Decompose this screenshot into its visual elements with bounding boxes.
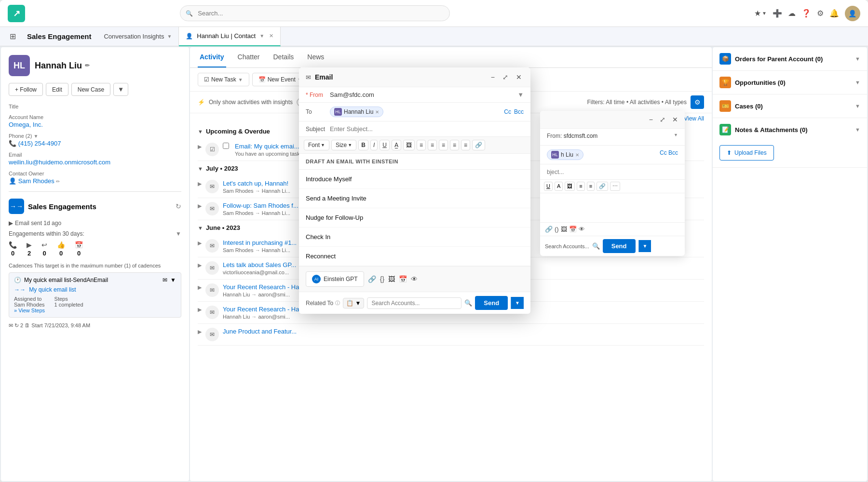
tab-details[interactable]: Details <box>271 47 296 67</box>
image-footer-icon[interactable]: 🖼 <box>388 275 395 283</box>
back-image-btn[interactable]: 🖼 <box>565 182 575 191</box>
link-btn[interactable]: 🔗 <box>472 140 485 150</box>
favorites-btn[interactable]: ★ ▼ <box>754 9 767 18</box>
back-body[interactable] <box>540 193 685 222</box>
draft-nudge-followup[interactable]: Nudge for Follow-Up <box>299 208 530 228</box>
eye-footer-icon[interactable]: 👁 <box>411 275 418 283</box>
back-footer-eye[interactable]: 👁 <box>579 226 585 233</box>
filter-settings-btn[interactable]: ⚙ <box>691 95 704 109</box>
back-cc-bcc[interactable]: Cc Bcc <box>660 149 678 156</box>
avatar[interactable]: 👤 <box>845 6 860 21</box>
bell-btn[interactable]: 🔔 <box>829 9 839 18</box>
contact-edit-icon[interactable]: ✏ <box>85 62 90 69</box>
bcc-btn[interactable]: Bcc <box>514 108 524 115</box>
act-item-title[interactable]: June Product and Featur... <box>223 328 704 335</box>
draft-check-in[interactable]: Check In <box>299 228 530 247</box>
expand-arrow[interactable]: ▶ <box>198 262 202 268</box>
back-footer-cal[interactable]: 📅 <box>569 226 577 233</box>
search-input[interactable] <box>180 5 450 21</box>
font-color-btn[interactable]: A̲ <box>392 140 401 150</box>
expand-arrow[interactable]: ▶ <box>198 329 202 335</box>
follow-btn[interactable]: + Follow <box>9 83 43 96</box>
back-footer-link[interactable]: 🔗 <box>545 226 553 233</box>
cadence-email-dropdown[interactable]: ▼ <box>170 277 176 283</box>
draft-introduce-myself[interactable]: Introduce Myself <box>299 170 530 189</box>
underline-btn[interactable]: U <box>380 140 390 150</box>
help-btn[interactable]: ❓ <box>801 9 811 18</box>
expand-arrow[interactable]: ▶ <box>198 240 202 246</box>
back-footer-code[interactable]: () <box>555 226 559 233</box>
related-search-input[interactable] <box>367 297 461 309</box>
image-btn[interactable]: 🖼 <box>403 140 415 150</box>
back-list-btn[interactable]: ≡ <box>577 182 584 191</box>
back-align-btn[interactable]: ≡ <box>587 182 595 191</box>
app-logo[interactable]: ↗ <box>8 5 25 22</box>
align-right-btn[interactable]: ≡ <box>461 140 470 150</box>
draft-reconnect[interactable]: Reconnect <box>299 247 530 266</box>
bold-btn[interactable]: B <box>358 140 368 150</box>
from-select[interactable]: Sam@sfdc.com ▼ <box>330 91 524 98</box>
tab-chatter[interactable]: Chatter <box>236 47 262 67</box>
remove-to-btn[interactable]: ✕ <box>375 109 379 115</box>
back-search-icon[interactable]: 🔍 <box>592 242 600 250</box>
minimize-btn[interactable]: − <box>489 72 497 82</box>
tab-news[interactable]: News <box>305 47 326 67</box>
new-task-btn[interactable]: ☑ New Task ▼ <box>198 73 249 86</box>
expand-arrow[interactable]: ▶ <box>198 144 202 150</box>
cases-section-header[interactable]: 🎫 Cases (0) ▼ <box>713 94 867 118</box>
ordered-list-btn[interactable]: ≡ <box>417 140 426 150</box>
italic-btn[interactable]: I <box>370 140 378 150</box>
upload-files-btn[interactable]: ⬆ Upload Files <box>719 145 774 161</box>
einstein-gpt-btn[interactable]: AI Einstein GPT <box>306 271 364 287</box>
tab-activity[interactable]: Activity <box>198 47 226 67</box>
cadence-email-btn[interactable]: ✉ <box>163 277 167 283</box>
expand-arrow[interactable]: ▶ <box>198 203 202 209</box>
back-remove-btn[interactable]: ✕ <box>575 152 579 158</box>
close-email-btn[interactable]: ✕ <box>514 72 524 82</box>
email-value[interactable]: weilin.liu@huidemo.onmicrosoft.com <box>9 159 181 166</box>
tab-hannah-liu[interactable]: 👤 Hannah Liu | Contact ▼ ✕ <box>179 27 281 46</box>
draft-meeting-invite[interactable]: Send a Meeting Invite <box>299 189 530 208</box>
size-btn[interactable]: Size ▼ <box>331 140 356 150</box>
add-btn[interactable]: ➕ <box>773 9 782 18</box>
engagements-dropdown[interactable]: ▼ <box>176 230 181 237</box>
back-link-btn[interactable]: 🔗 <box>597 182 608 191</box>
font-btn[interactable]: Font ▼ <box>304 140 329 150</box>
edit-btn[interactable]: Edit <box>46 83 68 96</box>
unordered-list-btn[interactable]: ≡ <box>428 140 437 150</box>
code-footer-icon[interactable]: {} <box>380 275 384 283</box>
settings-btn[interactable]: ⚙ <box>817 9 824 18</box>
new-case-btn[interactable]: New Case <box>71 83 110 96</box>
expand-arrow[interactable]: ▶ <box>198 284 202 291</box>
link-footer-icon[interactable]: 🔗 <box>368 275 376 283</box>
back-expand-btn[interactable]: ⤢ <box>658 115 667 124</box>
back-subject-input[interactable] <box>547 169 678 175</box>
orders-section-header[interactable]: 📦 Orders for Parent Account (0) ▼ <box>713 47 867 70</box>
expand-btn[interactable]: ⤢ <box>501 72 510 82</box>
se-refresh-btn[interactable]: ↻ <box>176 202 181 210</box>
send-btn[interactable]: Send <box>475 296 508 310</box>
back-footer-image[interactable]: 🖼 <box>561 226 567 233</box>
grid-menu-btn[interactable]: ⊞ <box>4 28 21 45</box>
phone-dropdown[interactable]: ▼ <box>33 134 38 139</box>
back-minimize-btn[interactable]: − <box>647 115 655 124</box>
align-center-btn[interactable]: ≡ <box>450 140 459 150</box>
cloud-btn[interactable]: ☁ <box>788 9 796 18</box>
task-checkbox[interactable] <box>223 143 229 149</box>
opportunities-section-header[interactable]: 🏆 Opportunities (0) ▼ <box>713 71 867 94</box>
back-color-btn[interactable]: A <box>555 182 563 191</box>
expand-arrow[interactable]: ▶ <box>198 307 202 313</box>
calendar-footer-icon[interactable]: 📅 <box>399 275 407 283</box>
back-underline-btn[interactable]: U <box>544 182 553 191</box>
align-left-btn[interactable]: ≡ <box>439 140 448 150</box>
actions-dropdown-btn[interactable]: ▼ <box>113 83 128 96</box>
cadence-name[interactable]: →→ My quick email list <box>14 286 176 293</box>
notes-section-header[interactable]: 📝 Notes & Attachments (0) ▼ <box>713 118 867 141</box>
account-value[interactable]: Omega, Inc. <box>9 121 181 128</box>
tab-close-btn[interactable]: ✕ <box>269 33 273 39</box>
back-close-btn[interactable]: ✕ <box>670 115 680 124</box>
related-type-btn[interactable]: 📋 ▼ <box>343 298 364 308</box>
phone-value[interactable]: 📞 (415) 254-4907 <box>9 140 181 147</box>
expand-arrow[interactable]: ▶ <box>198 181 202 187</box>
subject-input[interactable] <box>330 125 524 133</box>
